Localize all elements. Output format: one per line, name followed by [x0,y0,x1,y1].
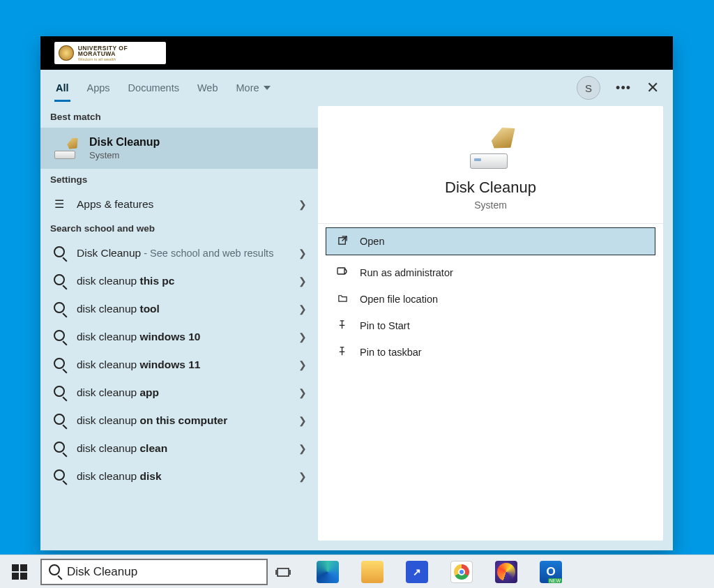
best-match-header: Best match [40,106,318,128]
web-suggestion[interactable]: disk cleanup clean ❯ [40,435,318,462]
best-match-result[interactable]: Disk Cleanup System [40,128,318,169]
tab-apps[interactable]: Apps [87,70,110,106]
close-button[interactable]: ✕ [646,79,659,97]
web-suggestion-text: disk cleanup clean [77,442,167,455]
taskbar-app-chrome[interactable] [450,561,473,583]
taskbar-search-value: Disk Cleanup [67,565,137,579]
chevron-right-icon: ❯ [298,359,307,370]
web-suggestion-text: disk cleanup this pc [77,275,174,287]
search-icon [52,442,67,455]
search-icon [52,330,67,344]
svg-rect-2 [278,568,289,576]
search-icon [52,414,67,428]
details-subtitle: System [474,199,507,211]
org-logo: UNIVERSITY OF MORATUWA Wisdom is all wea… [54,42,166,64]
chevron-right-icon: ❯ [298,331,307,342]
web-header: Search school and web [40,218,318,239]
chevron-right-icon: ❯ [298,443,307,454]
pin-icon [336,346,349,359]
search-icon [52,358,67,372]
search-icon [52,386,67,400]
chevron-right-icon: ❯ [298,276,307,287]
taskbar-app-generic[interactable]: ↗ [406,561,428,583]
best-match-title: Disk Cleanup [89,136,160,149]
best-match-subtitle: System [89,150,160,160]
search-scope-tabs: All Apps Documents Web More S ••• ✕ [40,70,673,106]
search-icon [49,564,60,579]
search-icon [52,274,67,288]
pin-icon [336,319,349,332]
search-icon [52,469,67,483]
web-suggestion[interactable]: disk cleanup windows 11 ❯ [40,351,318,379]
results-column: Best match Disk Cleanup System Settings … [40,106,318,550]
org-banner: UNIVERSITY OF MORATUWA Wisdom is all wea… [40,36,673,70]
chevron-right-icon: ❯ [298,199,307,210]
tab-documents[interactable]: Documents [128,70,179,106]
search-icon [52,246,67,260]
tab-more-label: More [236,82,259,93]
user-avatar[interactable]: S [577,76,600,100]
web-suggestion-text: disk cleanup windows 11 [77,359,200,371]
chevron-down-icon [264,86,271,90]
tab-web[interactable]: Web [197,70,218,106]
action-pin-taskbar-label: Pin to taskbar [360,347,422,358]
tab-all[interactable]: All [56,70,69,106]
settings-header: Settings [40,169,318,190]
web-suggestion[interactable]: disk cleanup app ❯ [40,379,318,407]
start-button[interactable] [3,555,36,589]
chevron-right-icon: ❯ [298,387,307,398]
university-crest-icon [59,45,74,61]
disk-cleanup-icon [52,138,79,159]
action-run-admin[interactable]: Run as administrator [318,259,663,286]
shield-icon [336,266,349,279]
windows-logo-icon [12,564,27,580]
settings-apps-features[interactable]: ☰ Apps & features ❯ [40,190,318,218]
details-hero: Disk Cleanup System [318,106,663,224]
web-suggestion-text: disk cleanup on this computer [77,414,227,427]
web-suggestion[interactable]: disk cleanup tool ❯ [40,295,318,323]
web-suggestion-primary[interactable]: Disk Cleanup - See school and web result… [40,239,318,267]
chevron-right-icon: ❯ [298,415,307,426]
action-pin-start-label: Pin to Start [360,320,410,331]
taskbar-app-firefox[interactable] [495,561,517,583]
more-options-button[interactable]: ••• [616,81,631,96]
folder-icon [336,293,349,306]
taskbar-app-outlook[interactable]: NEW [540,561,562,583]
open-icon [336,235,349,248]
action-open-location[interactable]: Open file location [318,286,663,312]
taskbar-search-box[interactable]: Disk Cleanup [40,559,268,585]
taskbar-app-edge[interactable] [317,561,339,583]
taskbar-app-file-explorer[interactable] [361,561,383,583]
task-view-button[interactable] [272,561,294,583]
web-suggestion-text: disk cleanup tool [77,303,160,315]
search-icon [52,302,67,316]
web-suggestion[interactable]: disk cleanup windows 10 ❯ [40,323,318,351]
web-suggestion-text: Disk Cleanup - See school and web result… [77,247,273,259]
chevron-right-icon: ❯ [298,303,307,315]
org-name: UNIVERSITY OF MORATUWA [78,45,166,57]
start-search-window: UNIVERSITY OF MORATUWA Wisdom is all wea… [40,36,673,550]
org-motto: Wisdom is all wealth [78,57,166,61]
details-pane: Disk Cleanup System Open Run as administ… [318,106,663,541]
disk-cleanup-icon [466,127,516,169]
action-open-label: Open [360,236,384,247]
web-suggestion[interactable]: disk cleanup disk ❯ [40,462,318,490]
action-open[interactable]: Open [326,228,655,255]
web-suggestion[interactable]: disk cleanup on this computer ❯ [40,407,318,435]
apps-features-icon: ☰ [52,197,67,211]
action-pin-start[interactable]: Pin to Start [318,312,663,339]
tab-more[interactable]: More [236,70,271,106]
chevron-right-icon: ❯ [298,471,307,482]
web-suggestion[interactable]: disk cleanup this pc ❯ [40,267,318,295]
action-pin-taskbar[interactable]: Pin to taskbar [318,339,663,365]
action-run-admin-label: Run as administrator [360,267,453,278]
taskbar: Disk Cleanup ↗ NEW [0,555,714,588]
new-badge: NEW [548,578,562,583]
web-suggestion-text: disk cleanup windows 10 [77,331,200,343]
details-title: Disk Cleanup [445,179,536,197]
apps-features-label: Apps & features [77,198,153,211]
web-suggestion-text: disk cleanup app [77,386,159,399]
action-open-location-label: Open file location [360,294,438,305]
web-suggestion-text: disk cleanup disk [77,470,162,483]
chevron-right-icon: ❯ [298,248,307,259]
